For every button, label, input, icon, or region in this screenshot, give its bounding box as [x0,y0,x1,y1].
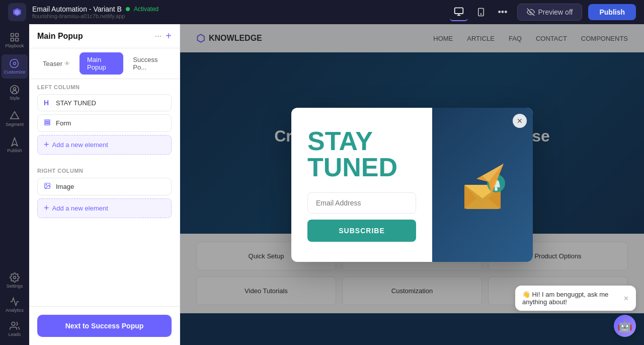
panel-header: Main Popup ··· + [29,24,180,48]
preview-button[interactable]: Preview off [517,4,582,21]
sidebar-playbook-label: Playbook [5,43,24,48]
left-column-label: LEFT COLUMN [37,84,172,90]
image-icon [44,182,52,191]
sidebar-item-segment[interactable]: Segment [2,107,28,131]
popup-box: STAY TUNED SUBSCRIBE [291,108,533,262]
svg-point-12 [14,277,16,279]
heading-element[interactable]: H STAY TUNED [37,94,172,111]
svg-point-25 [495,188,498,191]
email-input[interactable] [307,192,416,214]
svg-rect-14 [45,120,50,121]
add-left-icon: + [44,140,49,150]
add-left-element-button[interactable]: + Add a new element [37,135,172,155]
tab-teaser-label: Teaser [43,60,62,67]
image-label: Image [56,183,74,190]
add-right-icon: + [44,203,49,214]
add-right-label: Add a new element [52,204,108,212]
app-url: flourishing-tiramisu-a01c7b.netlify.app [32,13,158,19]
svg-point-7 [14,62,16,65]
chat-avatar[interactable]: 🤖 [614,315,636,337]
popup-close-button[interactable]: ✕ [513,114,527,128]
right-column-label: RIGHT COLUMN [37,168,172,174]
topbar-more-button[interactable]: ••• [494,7,512,18]
sidebar-settings-label: Settings [7,284,23,289]
next-button[interactable]: Next to Success Popup [37,315,172,337]
panel-title: Main Popup [37,32,151,41]
status-dot [126,7,130,11]
subscribe-label: SUBSCRIBE [339,227,384,235]
website-mockup: ⬡ KNOWLEDGE HOME ARTICLE FAQ CONTACT COM… [180,24,644,345]
sidebar-icons: Playbook Customize Style Segment Publish… [0,24,29,345]
sidebar-customize-label: Customize [4,70,26,75]
preview-area: ⬡ KNOWLEDGE HOME ARTICLE FAQ CONTACT COM… [180,24,644,345]
tab-success-popup[interactable]: Success Po... [125,52,174,75]
panel-bottom: Next to Success Popup [29,306,180,345]
topbar: Email Automation - Variant B Activated f… [0,0,644,24]
stay-tuned-line1: STAY [307,126,373,156]
heading-icon: H [44,99,52,107]
stay-tuned-line2: TUNED [307,153,397,182]
svg-marker-11 [12,138,18,146]
app-title-text: Email Automation - Variant B [32,5,122,13]
main-layout: Playbook Customize Style Segment Publish… [0,24,644,345]
heading-label: STAY TUNED [56,99,96,107]
sidebar-item-analytics[interactable]: Analytics [2,293,28,317]
sidebar-item-settings[interactable]: Settings [2,268,28,293]
sidebar-style-label: Style [10,96,20,101]
panel: Main Popup ··· + Teaser 👁 Main Popup Suc… [29,24,180,345]
svg-rect-3 [11,34,14,37]
app-title-group: Email Automation - Variant B Activated f… [32,5,158,19]
svg-point-8 [11,86,19,94]
chat-bubble: 👋 Hi! I am bengugpt, ask me anything abo… [515,286,636,311]
add-right-element-button[interactable]: + Add a new element [37,198,172,218]
panel-add-button[interactable]: + [166,30,172,42]
sidebar-publish-label: Publish [7,148,22,153]
subscribe-button[interactable]: SUBSCRIBE [307,220,416,242]
sidebar-leads-label: Leads [9,332,21,337]
preview-label: Preview off [538,8,573,16]
panel-more-button[interactable]: ··· [155,32,162,41]
illustration-svg [452,155,513,215]
svg-point-2 [480,14,481,15]
app-logo [8,3,26,21]
publish-button[interactable]: Publish [588,4,636,20]
teaser-hidden-icon: 👁 [64,60,70,66]
popup-stay-tuned: STAY TUNED [307,128,416,180]
image-element[interactable]: Image [37,178,172,195]
topbar-icons: ••• [450,3,512,21]
chat-close-button[interactable]: ✕ [623,295,629,302]
sidebar-bottom: Settings Analytics Leads [2,268,28,341]
form-label: Form [56,119,71,127]
sidebar-item-style[interactable]: Style [2,81,28,105]
form-element[interactable]: Form [37,114,172,132]
panel-tabs: Teaser 👁 Main Popup Success Po... [29,48,180,79]
mobile-view-button[interactable] [472,3,490,21]
svg-rect-0 [454,8,463,14]
sidebar-item-publish[interactable]: Publish [2,133,28,157]
status-label: Activated [134,6,158,13]
tab-main-popup-label: Main Popup [87,56,116,71]
svg-point-13 [12,322,15,326]
tab-main-popup[interactable]: Main Popup [79,52,123,75]
popup-right [432,108,533,262]
tab-success-popup-label: Success Po... [133,56,166,71]
svg-rect-5 [11,38,14,41]
tab-teaser[interactable]: Teaser 👁 [35,52,77,75]
svg-rect-4 [16,34,19,37]
left-column-section: LEFT COLUMN H STAY TUNED Form + Add a ne… [29,79,180,163]
sidebar-segment-label: Segment [6,122,24,127]
svg-marker-10 [11,112,19,119]
svg-rect-6 [16,38,19,41]
chat-bubble-text: 👋 Hi! I am bengugpt, ask me anything abo… [522,291,616,306]
sidebar-item-customize[interactable]: Customize [2,54,28,79]
svg-rect-15 [45,122,50,123]
popup-left: STAY TUNED SUBSCRIBE [291,108,432,262]
right-column-section: RIGHT COLUMN Image + Add a new element [29,163,180,226]
sidebar-item-playbook[interactable]: Playbook [2,28,28,52]
svg-point-18 [46,184,47,185]
add-left-label: Add a new element [52,141,108,149]
svg-rect-16 [45,124,50,125]
sidebar-item-leads[interactable]: Leads [2,317,28,341]
desktop-view-button[interactable] [450,3,468,21]
next-button-label: Next to Success Popup [65,322,144,330]
